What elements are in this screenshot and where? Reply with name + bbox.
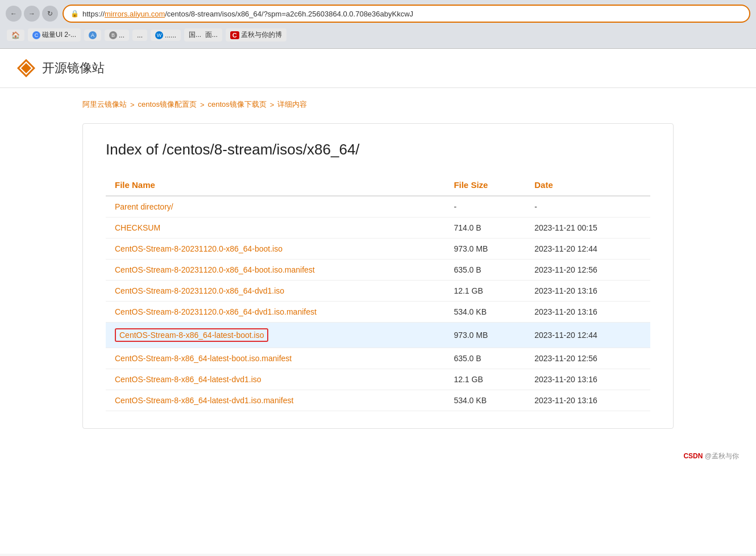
browser-chrome: ← → ↻ 🔒 https://mirrors.aliyun.com/cento… xyxy=(0,0,756,49)
breadcrumb-link-2[interactable]: centos镜像配置页 xyxy=(138,99,197,110)
site-title: 开源镜像站 xyxy=(42,60,105,77)
bookmark-1[interactable]: C 磁量UI 2-... xyxy=(28,28,81,41)
table-header-row: File Name File Size Date xyxy=(106,174,650,196)
col-header-name: File Name xyxy=(106,174,445,196)
file-link-row-boot-manifest[interactable]: CentOS-Stream-8-20231120.0-x86_64-boot.i… xyxy=(115,265,315,274)
file-link-row-latest-boot-manifest[interactable]: CentOS-Stream-8-x86_64-latest-boot.iso.m… xyxy=(115,354,292,363)
file-link-row-latest-boot[interactable]: CentOS-Stream-8-x86_64-latest-boot.iso xyxy=(119,331,264,340)
bookmark-3[interactable]: B ... xyxy=(105,30,129,41)
bookmark-label-6: 国... 面... xyxy=(189,30,218,40)
forward-button[interactable]: → xyxy=(24,6,40,22)
back-button[interactable]: ← xyxy=(6,6,22,22)
bookmark-icon-2: A xyxy=(89,31,97,39)
page-wrapper: 开源镜像站 阿里云镜像站 > centos镜像配置页 > centos镜像下载页… xyxy=(0,49,756,554)
file-date-row-checksum: 2023-11-21 00:15 xyxy=(525,218,650,239)
file-link-row-latest-dvd1-manifest[interactable]: CentOS-Stream-8-x86_64-latest-dvd1.iso.m… xyxy=(115,396,293,405)
address-domain: mirrors.aliyun.com xyxy=(105,10,165,18)
table-header: File Name File Size Date xyxy=(106,174,650,196)
nav-buttons: ← → ↻ xyxy=(6,6,58,22)
file-table: File Name File Size Date Parent director… xyxy=(106,174,650,411)
col-header-size: File Size xyxy=(445,174,525,196)
table-row: CHECKSUM714.0 B2023-11-21 00:15 xyxy=(106,218,650,239)
csdn-icon: C xyxy=(230,31,239,39)
reload-button[interactable]: ↻ xyxy=(42,6,58,22)
file-size-row-parent: - xyxy=(445,196,525,218)
table-row: CentOS-Stream-8-x86_64-latest-dvd1.iso.m… xyxy=(106,390,650,411)
file-date-row-parent: - xyxy=(525,196,650,218)
footer-attribution: CSDN @孟秋与你 xyxy=(683,452,739,460)
bookmark-home[interactable]: 🏠 xyxy=(7,30,24,41)
file-size-row-dvd1-manifest: 534.0 KB xyxy=(445,302,525,323)
table-row: CentOS-Stream-8-x86_64-latest-dvd1.iso12… xyxy=(106,369,650,390)
file-link-row-checksum[interactable]: CHECKSUM xyxy=(115,223,160,232)
breadcrumb-sep-1: > xyxy=(130,101,135,109)
breadcrumb: 阿里云镜像站 > centos镜像配置页 > centos镜像下载页 > 详细内… xyxy=(82,99,674,110)
breadcrumb-current: 详细内容 xyxy=(277,99,307,110)
file-date-row-dvd1-iso: 2023-11-20 13:16 xyxy=(525,281,650,302)
breadcrumb-link-3[interactable]: centos镜像下载页 xyxy=(208,99,267,110)
table-row: CentOS-Stream-8-20231120.0-x86_64-boot.i… xyxy=(106,239,650,260)
bookmark-label-csdn: 孟秋与你的博 xyxy=(241,30,282,40)
file-link-row-latest-dvd1[interactable]: CentOS-Stream-8-x86_64-latest-dvd1.iso xyxy=(115,375,261,384)
bookmark-2[interactable]: A xyxy=(84,30,101,41)
file-size-row-latest-dvd1: 12.1 GB xyxy=(445,369,525,390)
index-box: Index of /centos/8-stream/isos/x86_64/ F… xyxy=(82,123,674,429)
file-date-row-latest-dvd1: 2023-11-20 13:16 xyxy=(525,369,650,390)
file-link-row-boot-iso[interactable]: CentOS-Stream-8-20231120.0-x86_64-boot.i… xyxy=(115,244,283,253)
file-date-row-latest-dvd1-manifest: 2023-11-20 13:16 xyxy=(525,390,650,411)
index-title: Index of /centos/8-stream/isos/x86_64/ xyxy=(106,141,650,158)
address-path: /centos/8-stream/isos/x86_64/?spm=a2c6h.… xyxy=(165,10,413,18)
site-logo xyxy=(17,59,35,77)
table-row: CentOS-Stream-8-x86_64-latest-boot.iso97… xyxy=(106,323,650,348)
csdn-footer-label: CSDN xyxy=(683,452,703,460)
col-header-date: Date xyxy=(525,174,650,196)
file-date-row-dvd1-manifest: 2023-11-20 13:16 xyxy=(525,302,650,323)
table-body: Parent directory/--CHECKSUM714.0 B2023-1… xyxy=(106,196,650,411)
file-date-row-boot-iso: 2023-11-20 12:44 xyxy=(525,239,650,260)
table-row: CentOS-Stream-8-20231120.0-x86_64-dvd1.i… xyxy=(106,302,650,323)
file-link-row-dvd1-manifest[interactable]: CentOS-Stream-8-20231120.0-x86_64-dvd1.i… xyxy=(115,307,317,316)
bookmark-label-5: ...... xyxy=(165,31,176,39)
bookmark-icon-1: C xyxy=(32,31,40,39)
home-icon: 🏠 xyxy=(11,31,20,39)
bookmark-label-1: 磁量UI 2-... xyxy=(42,30,76,40)
bookmarks-bar: 🏠 C 磁量UI 2-... A B ... ... W ...... 国...… xyxy=(6,26,750,44)
breadcrumb-link-1[interactable]: 阿里云镜像站 xyxy=(82,99,127,110)
file-size-row-boot-iso: 973.0 MB xyxy=(445,239,525,260)
table-row: CentOS-Stream-8-x86_64-latest-boot.iso.m… xyxy=(106,348,650,369)
bookmark-icon-5: W xyxy=(155,31,163,39)
bookmark-label-4: ... xyxy=(137,31,143,39)
bookmark-6[interactable]: 国... 面... xyxy=(184,28,222,41)
file-date-row-boot-manifest: 2023-11-20 12:56 xyxy=(525,260,650,281)
file-date-row-latest-boot-manifest: 2023-11-20 12:56 xyxy=(525,348,650,369)
file-size-row-latest-boot-manifest: 635.0 B xyxy=(445,348,525,369)
bookmark-icon-3: B xyxy=(109,31,117,39)
address-bar-row: ← → ↻ 🔒 https://mirrors.aliyun.com/cento… xyxy=(6,5,750,23)
bookmark-4[interactable]: ... xyxy=(132,30,147,41)
table-row: CentOS-Stream-8-20231120.0-x86_64-dvd1.i… xyxy=(106,281,650,302)
file-link-row-dvd1-iso[interactable]: CentOS-Stream-8-20231120.0-x86_64-dvd1.i… xyxy=(115,286,284,295)
address-text: https://mirrors.aliyun.com/centos/8-stre… xyxy=(82,10,742,18)
page-footer: CSDN @孟秋与你 xyxy=(0,440,756,473)
table-row: Parent directory/-- xyxy=(106,196,650,218)
content-area: 阿里云镜像站 > centos镜像配置页 > centos镜像下载页 > 详细内… xyxy=(65,88,691,440)
site-header: 开源镜像站 xyxy=(0,49,756,88)
bookmark-label-3: ... xyxy=(119,31,124,39)
bookmark-5[interactable]: W ...... xyxy=(151,30,181,41)
file-size-row-boot-manifest: 635.0 B xyxy=(445,260,525,281)
address-bar[interactable]: 🔒 https://mirrors.aliyun.com/centos/8-st… xyxy=(63,5,750,23)
file-size-row-checksum: 714.0 B xyxy=(445,218,525,239)
file-size-row-latest-boot: 973.0 MB xyxy=(445,323,525,348)
footer-author: @孟秋与你 xyxy=(705,452,739,460)
file-link-row-parent[interactable]: Parent directory/ xyxy=(115,202,173,211)
file-size-row-dvd1-iso: 12.1 GB xyxy=(445,281,525,302)
lock-icon: 🔒 xyxy=(70,10,79,18)
breadcrumb-sep-2: > xyxy=(200,101,205,109)
file-size-row-latest-dvd1-manifest: 534.0 KB xyxy=(445,390,525,411)
file-date-row-latest-boot: 2023-11-20 12:44 xyxy=(525,323,650,348)
breadcrumb-sep-3: > xyxy=(270,101,275,109)
bookmark-csdn[interactable]: C 孟秋与你的博 xyxy=(226,28,286,41)
table-row: CentOS-Stream-8-20231120.0-x86_64-boot.i… xyxy=(106,260,650,281)
